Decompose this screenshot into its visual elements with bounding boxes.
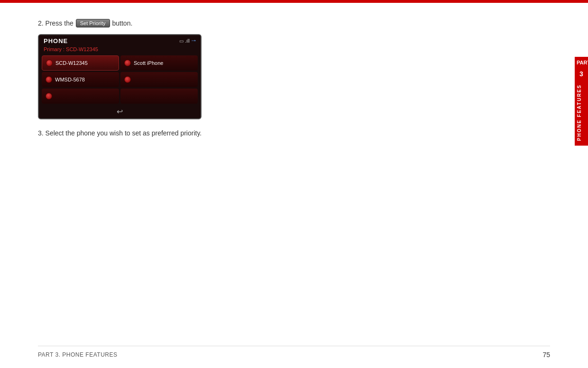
phone-screen-title: PHONE bbox=[44, 37, 68, 45]
phone-item-scd[interactable]: SCD-W12345 bbox=[42, 55, 119, 71]
step2-instruction: 2. Press the Set Priority button. bbox=[38, 19, 550, 27]
primary-label: Primary : SCD-W12345 bbox=[39, 46, 201, 54]
side-tab: PART 3 PHONE FEATURES bbox=[575, 57, 588, 152]
step3-instruction: 3. Select the phone you wish to set as p… bbox=[38, 128, 209, 138]
phone-item-scott[interactable]: Scott iPhone bbox=[120, 55, 198, 71]
phone-item-scott-label: Scott iPhone bbox=[134, 60, 163, 66]
part-prefix: PART bbox=[575, 57, 588, 68]
step3-text: 3. Select the phone you wish to set as p… bbox=[38, 129, 202, 137]
footer-page-number: 75 bbox=[542, 351, 550, 359]
phone-screen-mockup: PHONE ▭ .ıll ⭢ Primary : SCD-W12345 SCD-… bbox=[38, 34, 202, 119]
radio-dot-empty2 bbox=[46, 93, 52, 99]
main-content: 2. Press the Set Priority button. PHONE … bbox=[38, 19, 550, 138]
phone-item-empty1[interactable] bbox=[120, 72, 198, 87]
set-priority-button-label: Set Priority bbox=[76, 19, 110, 27]
footer-left: PART 3. PHONE FEATURES bbox=[38, 351, 117, 358]
part-number: 3 bbox=[575, 68, 588, 80]
radio-dot-empty1 bbox=[124, 76, 131, 83]
radio-dot-wmsd bbox=[46, 76, 52, 83]
footer: PART 3. PHONE FEATURES 75 bbox=[38, 346, 550, 359]
phone-item-wmsd-label: WMSD-5678 bbox=[55, 77, 85, 82]
radio-dot-scott bbox=[124, 60, 131, 66]
section-title: PHONE FEATURES bbox=[575, 80, 588, 146]
step2-text-before: 2. Press the bbox=[38, 19, 74, 27]
top-bar bbox=[0, 0, 588, 3]
back-arrow-icon[interactable]: ↩ bbox=[117, 107, 123, 116]
battery-icon: ▭ bbox=[179, 38, 184, 44]
phone-status-icons: ▭ .ıll ⭢ bbox=[179, 38, 196, 44]
phone-bottom-bar: ↩ bbox=[39, 105, 201, 118]
step2-text-after: button. bbox=[112, 19, 133, 27]
phone-item-wmsd[interactable]: WMSD-5678 bbox=[42, 72, 119, 87]
radio-dot-scd bbox=[46, 60, 53, 66]
phone-item-empty2[interactable] bbox=[42, 89, 119, 104]
phone-item-empty3 bbox=[120, 89, 198, 104]
phone-device-grid: SCD-W12345 Scott iPhone WMSD-5678 bbox=[39, 54, 201, 105]
phone-screen-header: PHONE ▭ .ıll ⭢ bbox=[39, 35, 201, 46]
signal-icon: .ıll bbox=[185, 38, 190, 44]
phone-item-scd-label: SCD-W12345 bbox=[55, 60, 88, 66]
bluetooth-icon: ⭢ bbox=[191, 38, 196, 44]
